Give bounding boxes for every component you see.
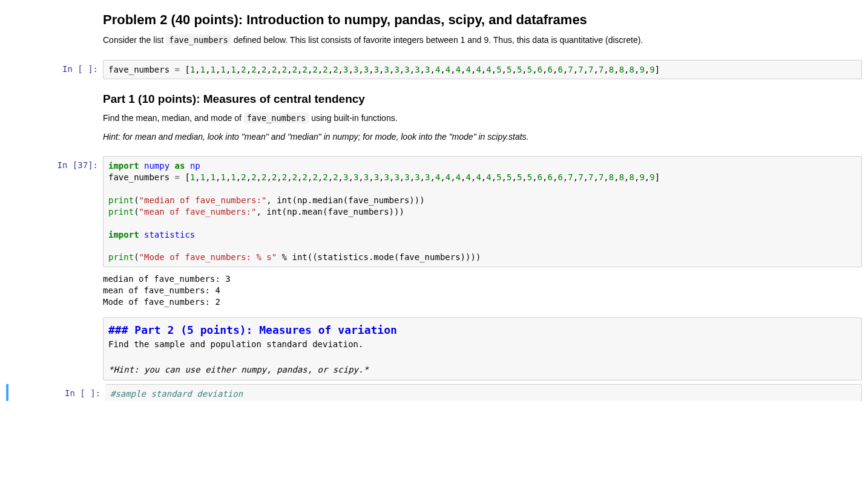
code-input[interactable]: fave_numbers = [1,1,1,1,1,2,2,2,2,2,2,2,… [103,60,862,80]
raw-markdown-box[interactable]: ### Part 2 (5 points): Measures of varia… [103,318,862,380]
markdown-cell-problem2[interactable]: In [ ]: Problem 2 (40 points): Introduct… [6,6,862,56]
inline-code-fave-numbers: fave_numbers [166,34,231,45]
part2-raw-hint: *Hint: you can use either numpy, pandas,… [108,363,856,376]
jupyter-notebook: In [ ]: Problem 2 (40 points): Introduct… [0,0,868,401]
problem-heading: Problem 2 (40 points): Introduction to n… [103,12,862,28]
prompt-blank: In [ ]: [6,6,103,56]
part1-hint: Hint: for mean and median, look into "me… [103,131,862,143]
prompt-in-empty: In [ ]: [8,384,105,401]
part1-desc: Find the mean, median, and mode of fave_… [103,112,862,125]
code-input[interactable]: #sample standard deviation import numpy … [105,384,862,401]
part1-heading: Part 1 (10 points): Measures of central … [103,93,862,106]
markdown-cell-part1[interactable]: In [ ]: Part 1 (10 points): Measures of … [6,83,862,152]
code-input[interactable]: import numpy as np fave_numbers = [1,1,1… [103,156,862,267]
prompt-in-empty: In [ ]: [6,60,103,80]
prompt-blank: In [ ]: [6,83,103,152]
code-cell-fave-numbers-def[interactable]: In [ ]: fave_numbers = [1,1,1,1,1,2,2,2,… [6,60,862,80]
inline-code-fave-numbers: fave_numbers [244,112,309,123]
part2-raw-desc: Find the sample and population standard … [108,338,856,351]
stdout-output: median of fave_numbers: 3 mean of fave_n… [103,271,862,314]
prompt-blank: Out[ ]: [6,271,103,314]
code-cell-central-tendency[interactable]: In [37]: import numpy as np fave_numbers… [6,156,862,267]
markdown-cell-part2-raw[interactable]: In [ ]: ### Part 2 (5 points): Measures … [6,318,862,380]
problem-desc: Consider the list fave_numbers defined b… [103,34,862,47]
code-cell-std-dev-selected[interactable]: In [ ]: #sample standard deviation impor… [6,384,862,401]
prompt-in-37: In [37]: [6,156,103,267]
prompt-blank: In [ ]: [6,318,103,380]
part2-raw-heading: ### Part 2 (5 points): Measures of varia… [108,322,856,338]
output-cell-central-tendency: Out[ ]: median of fave_numbers: 3 mean o… [6,271,862,314]
